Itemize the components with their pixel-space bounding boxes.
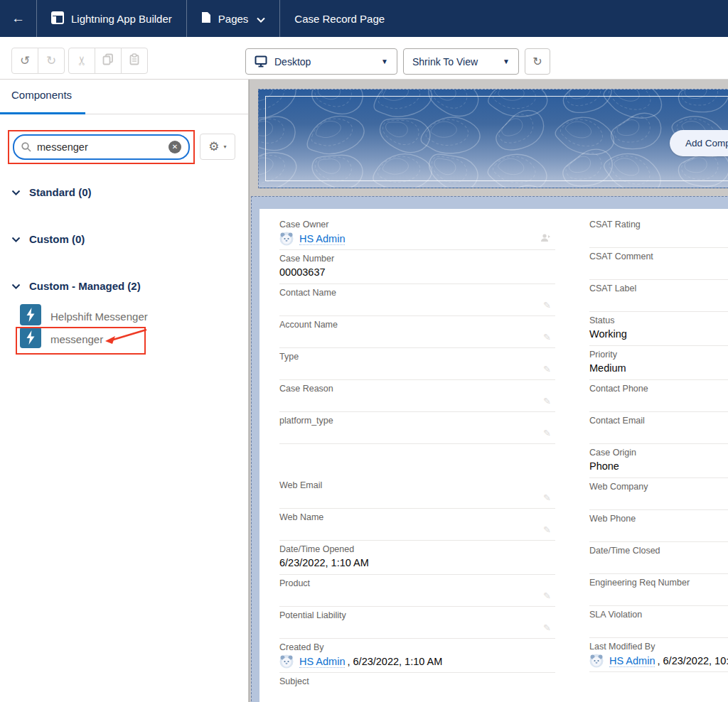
edit-pencil-icon[interactable]: ✎ bbox=[543, 492, 551, 503]
edit-pencil-icon[interactable]: ✎ bbox=[543, 396, 551, 406]
field-value: Medium bbox=[589, 360, 728, 374]
section-header[interactable]: Custom (0) bbox=[11, 231, 241, 247]
cut-button[interactable]: ✂ bbox=[68, 48, 95, 74]
view-mode-selector[interactable]: Shrink To View ▼ bbox=[403, 48, 519, 75]
settings-dropdown-button[interactable]: ⚙ ▾ bbox=[200, 134, 235, 160]
change-owner-icon[interactable] bbox=[540, 233, 551, 246]
user-link[interactable]: HS Admin bbox=[609, 655, 655, 667]
back-button[interactable]: ← bbox=[0, 0, 37, 37]
field-row: Account Name✎ bbox=[279, 316, 555, 348]
undo-button[interactable]: ↺ bbox=[11, 48, 38, 74]
field-label: Contact Name bbox=[279, 288, 555, 298]
field-row: Web Phone bbox=[589, 510, 728, 542]
back-arrow-icon: ← bbox=[11, 11, 25, 26]
tab-components[interactable]: Components bbox=[11, 89, 72, 101]
edit-pencil-icon[interactable]: ✎ bbox=[543, 428, 551, 438]
active-tab-underline bbox=[0, 112, 85, 114]
field-label: Case Reason bbox=[279, 384, 555, 394]
search-annotation-box: ✕ bbox=[8, 130, 195, 164]
chevron-down-icon: ▾ bbox=[224, 144, 227, 150]
search-input[interactable] bbox=[37, 141, 168, 153]
avatar bbox=[279, 654, 294, 669]
section-header[interactable]: Custom - Managed (2) bbox=[11, 278, 241, 293]
field-row: Subject bbox=[279, 673, 555, 702]
field-label: Potential Liability bbox=[279, 610, 555, 620]
field-row: Contact Name✎ bbox=[279, 284, 555, 316]
chevron-down-icon bbox=[11, 232, 21, 245]
component-section: Custom - Managed (2)Helpshift Messengerm… bbox=[11, 278, 241, 350]
redo-button[interactable]: ↻ bbox=[38, 48, 65, 74]
record-detail-region[interactable]: Case OwnerHS AdminCase Number00003637Con… bbox=[251, 196, 728, 702]
field-label: Case Owner bbox=[279, 220, 555, 230]
pages-menu[interactable]: Pages bbox=[187, 0, 281, 37]
field-label: SLA Violation bbox=[589, 610, 728, 620]
section-header[interactable]: Standard (0) bbox=[11, 184, 241, 200]
field-value bbox=[279, 362, 555, 377]
edit-pencil-icon[interactable]: ✎ bbox=[543, 300, 551, 310]
edit-pencil-icon[interactable]: ✎ bbox=[543, 590, 551, 601]
refresh-button[interactable]: ↻ bbox=[525, 48, 550, 75]
highlights-panel-frame bbox=[265, 96, 728, 181]
gear-icon: ⚙ bbox=[208, 139, 219, 154]
page-canvas: Add Component Case OwnerHS AdminCase Num… bbox=[249, 80, 728, 702]
field-label: Web Email bbox=[279, 480, 555, 490]
field-value bbox=[589, 524, 728, 539]
avatar bbox=[589, 654, 604, 668]
field-value: HS Admin bbox=[279, 230, 555, 246]
field-row: Last Modified ByHS Admin, 6/23/2022, 10:… bbox=[589, 638, 728, 672]
field-value bbox=[279, 588, 555, 603]
field-row: Date/Time Opened6/23/2022, 1:10 AM bbox=[279, 541, 555, 575]
field-value bbox=[589, 492, 728, 507]
field-row: Potential Liability✎ bbox=[279, 607, 555, 639]
component-item-label: messenger bbox=[50, 333, 103, 345]
field-value bbox=[279, 298, 555, 313]
highlights-panel-region[interactable]: Add Component bbox=[258, 89, 728, 188]
device-selector-value: Desktop bbox=[274, 56, 311, 68]
user-link[interactable]: HS Admin bbox=[299, 656, 345, 668]
field-row: Engineering Req Number bbox=[589, 574, 728, 606]
field-label: Case Origin bbox=[589, 448, 728, 458]
copy-button[interactable] bbox=[95, 48, 122, 74]
field-value: 6/23/2022, 1:10 AM bbox=[279, 554, 555, 569]
clipboard-group: ✂ bbox=[68, 48, 148, 74]
field-value bbox=[589, 588, 728, 603]
component-item-helpshift-messenger[interactable]: Helpshift Messenger bbox=[11, 305, 241, 328]
paste-button[interactable] bbox=[121, 48, 148, 74]
builder-header: ← Lightning App Builder Pages Case Recor… bbox=[0, 0, 728, 37]
add-component-button[interactable]: Add Component bbox=[670, 130, 728, 156]
field-row: Date/Time Closed bbox=[589, 542, 728, 574]
field-value bbox=[589, 230, 728, 244]
chevron-down-icon bbox=[11, 185, 21, 198]
field-row: SLA Violation bbox=[589, 606, 728, 638]
field-row: CSAT Label bbox=[589, 280, 728, 312]
component-item-messenger[interactable]: messenger bbox=[11, 328, 241, 350]
clear-search-icon[interactable]: ✕ bbox=[168, 141, 181, 153]
field-row: platform_type✎ bbox=[279, 412, 555, 444]
device-selector[interactable]: Desktop ▼ bbox=[245, 48, 397, 75]
user-link[interactable]: HS Admin bbox=[299, 233, 345, 245]
sidebar-tab-row: Components bbox=[0, 80, 248, 114]
field-row: StatusWorking bbox=[589, 312, 728, 346]
chevron-down-icon bbox=[257, 13, 265, 25]
dropdown-caret-icon: ▼ bbox=[503, 58, 510, 65]
field-value: 00003637 bbox=[279, 264, 555, 279]
section-item-list: Helpshift Messengermessenger bbox=[11, 305, 241, 350]
app-title-cell: Lightning App Builder bbox=[37, 0, 187, 37]
field-label: Contact Email bbox=[589, 416, 728, 426]
components-sidebar: Components ✕ ⚙ ▾ Standard (0)Custom (0)C… bbox=[0, 80, 249, 702]
copy-icon bbox=[102, 53, 114, 69]
field-value: HS Admin, 6/23/2022, 10:05 bbox=[589, 652, 728, 668]
edit-pencil-icon[interactable]: ✎ bbox=[543, 364, 551, 374]
field-value: Phone bbox=[589, 458, 728, 472]
chevron-down-icon bbox=[11, 279, 21, 292]
edit-pencil-icon[interactable]: ✎ bbox=[543, 622, 551, 633]
edit-pencil-icon[interactable]: ✎ bbox=[543, 332, 551, 342]
user-date-suffix: , 6/23/2022, 10:05 bbox=[657, 655, 728, 666]
field-value bbox=[279, 522, 555, 537]
edit-pencil-icon[interactable]: ✎ bbox=[543, 524, 551, 535]
field-row: Case OwnerHS Admin bbox=[279, 216, 555, 250]
component-sections: Standard (0)Custom (0)Custom - Managed (… bbox=[11, 184, 241, 382]
field-row: Case Reason✎ bbox=[279, 380, 555, 412]
dropdown-caret-icon: ▼ bbox=[381, 58, 388, 65]
field-label: Status bbox=[589, 315, 728, 325]
